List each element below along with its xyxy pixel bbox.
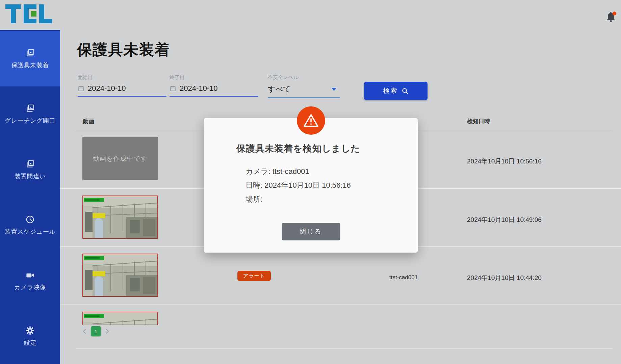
alert-modal: 保護具未装着を検知しました カメラ: ttst-cad001日時: 2024年1… <box>204 118 418 253</box>
video-thumbnail[interactable] <box>82 254 158 297</box>
search-icon <box>402 87 409 95</box>
modal-detail-line: 場所: <box>245 192 351 206</box>
video-thumbnail[interactable] <box>82 312 158 325</box>
sidebar-item-equipment-mistake[interactable]: 装置間違い <box>0 142 60 198</box>
warning-icon <box>297 106 325 135</box>
tel-logo-icon <box>5 3 53 24</box>
tel-logo: TEL <box>5 3 53 24</box>
end-date-value: 2024-10-10 <box>180 84 218 93</box>
page-number-button[interactable]: 1 <box>91 326 101 336</box>
start-date-value: 2024-10-10 <box>88 84 126 93</box>
unsafe-level-field[interactable]: 不安全レベル すべて <box>268 74 340 98</box>
video-processing-placeholder: 動画を作成中です <box>82 137 158 180</box>
photo-folder-icon <box>25 48 35 58</box>
end-date-input[interactable]: 2024-10-10 <box>170 84 258 97</box>
sidebar-item-settings[interactable]: 設定 <box>0 309 60 364</box>
modal-detail-line: 日時: 2024年10月10日 10:56:16 <box>245 178 351 192</box>
table-row[interactable]: アラートttst-cad0012024年10月10日 10:44:20 <box>60 246 621 305</box>
calendar-icon <box>170 85 176 92</box>
calendar-icon <box>78 85 84 92</box>
start-date-field[interactable]: 開始日 2024-10-10 <box>78 74 166 97</box>
modal-detail-line: カメラ: ttst-cad001 <box>245 164 351 178</box>
sidebar: 保護具未装着グレーチング開口装置間違い装置スケジュールカメラ映像設定 <box>0 30 60 364</box>
sidebar-item-label: 設定 <box>24 339 36 347</box>
detection-datetime: 2024年10月10日 10:56:16 <box>467 157 542 166</box>
column-header-video: 動画 <box>83 118 94 125</box>
modal-close-button[interactable]: 閉じる <box>282 223 340 240</box>
start-date-label: 開始日 <box>78 74 166 81</box>
processing-text: 動画を作成中です <box>93 154 147 163</box>
end-date-label: 終了日 <box>170 74 258 81</box>
gear-icon <box>25 326 35 336</box>
clock-icon <box>25 214 35 225</box>
app-root: TEL 保護具未装着グレーチング開口装置間違い装置スケジュールカメラ映像設定 保… <box>0 0 621 364</box>
start-date-input[interactable]: 2024-10-10 <box>78 84 166 97</box>
detection-datetime: 2024年10月10日 10:49:06 <box>467 215 542 224</box>
sidebar-item-equipment-schedule[interactable]: 装置スケジュール <box>0 198 60 253</box>
sidebar-item-camera-feed[interactable]: カメラ映像 <box>0 253 60 309</box>
modal-title: 保護具未装着を検知しました <box>236 142 360 155</box>
previous-page-icon[interactable] <box>82 328 86 334</box>
table-row[interactable] <box>60 305 621 325</box>
page-title: 保護具未装着 <box>77 40 170 60</box>
end-date-field[interactable]: 終了日 2024-10-10 <box>170 74 258 97</box>
sidebar-item-label: 保護具未装着 <box>11 61 49 69</box>
camera-name: ttst-cad001 <box>389 274 418 281</box>
unsafe-level-select[interactable]: すべて <box>268 84 340 98</box>
alert-badge: アラート <box>237 271 271 281</box>
next-page-icon[interactable] <box>105 328 109 334</box>
photo-folder-icon <box>25 159 35 169</box>
detection-datetime: 2024年10月10日 10:44:20 <box>467 274 542 282</box>
unsafe-level-label: 不安全レベル <box>268 74 340 81</box>
search-button[interactable]: 検索 <box>364 82 428 100</box>
pagination: 1 <box>82 326 109 336</box>
sidebar-item-label: 装置スケジュール <box>5 228 55 236</box>
video-thumbnail[interactable] <box>82 196 158 239</box>
sidebar-item-ppe-not-worn[interactable]: 保護具未装着 <box>0 31 60 86</box>
photo-folder-icon <box>25 103 35 113</box>
search-button-label: 検索 <box>383 86 398 95</box>
unsafe-level-value: すべて <box>268 84 291 94</box>
sidebar-item-label: カメラ映像 <box>14 283 46 291</box>
sidebar-item-grating-opening[interactable]: グレーチング開口 <box>0 86 60 142</box>
video-camera-icon <box>25 270 35 280</box>
sidebar-item-label: 装置間違い <box>15 172 46 180</box>
chevron-down-icon <box>332 88 336 91</box>
modal-details: カメラ: ttst-cad001日時: 2024年10月10日 10:56:16… <box>245 164 351 206</box>
sidebar-item-label: グレーチング開口 <box>5 116 55 125</box>
column-header-datetime: 検知日時 <box>467 118 490 125</box>
table-bottom-divider <box>75 348 613 349</box>
